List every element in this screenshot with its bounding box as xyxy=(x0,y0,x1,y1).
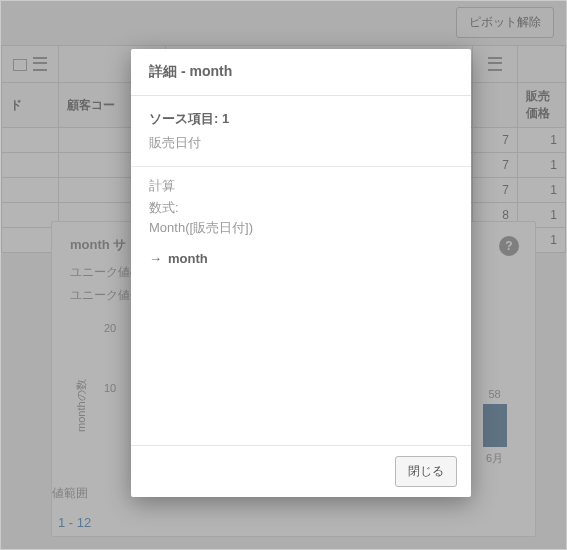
modal-title: 詳細 - month xyxy=(131,49,471,96)
result-field: month xyxy=(149,251,453,266)
source-items-heading: ソース項目: 1 xyxy=(149,110,453,128)
close-button[interactable]: 閉じる xyxy=(395,456,457,487)
formula-value: Month([販売日付]) xyxy=(149,219,453,237)
divider xyxy=(131,166,471,167)
calc-heading: 計算 xyxy=(149,177,453,195)
source-item-value: 販売日付 xyxy=(149,134,453,152)
formula-label: 数式: xyxy=(149,199,453,217)
detail-modal: 詳細 - month ソース項目: 1 販売日付 計算 数式: Month([販… xyxy=(131,49,471,497)
